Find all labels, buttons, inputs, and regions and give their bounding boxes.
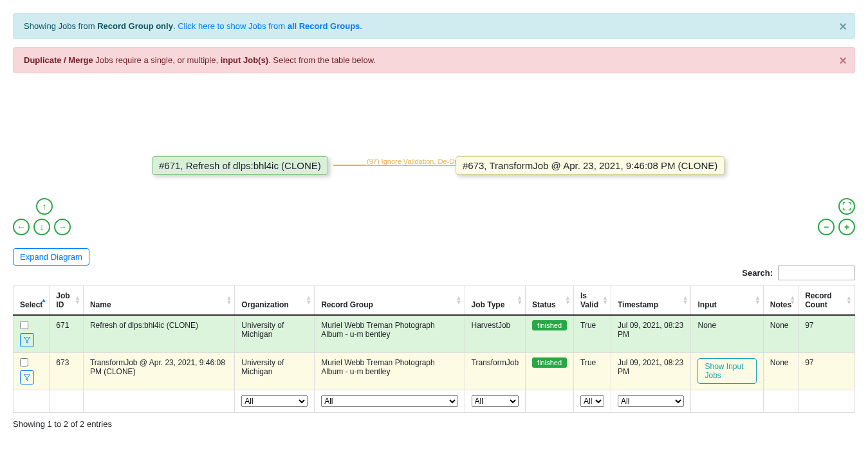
cell-timestamp: Jul 09, 2021, 08:23 PM (611, 315, 691, 353)
col-notes[interactable]: Notes▲▼ (763, 286, 798, 316)
cell-organization: University of Michigan (235, 315, 315, 353)
table-info: Showing 1 to 2 of 2 entries (13, 419, 855, 429)
filter-icon[interactable] (20, 333, 34, 347)
cell-input: Show Input Jobs (691, 353, 763, 390)
filter-timestamp[interactable]: All (618, 395, 685, 407)
zoom-fit-icon[interactable]: ⛶ (838, 198, 855, 215)
cell-status: finished (526, 353, 574, 390)
expand-diagram-button[interactable]: Expand Diagram (13, 248, 89, 266)
filter-is-valid[interactable]: All (580, 395, 604, 407)
pan-down-icon[interactable]: ↓ (33, 219, 50, 235)
zoom-controls: ⛶ − + (818, 198, 855, 235)
diagram-node-673[interactable]: #673, TransformJob @ Apr. 23, 2021, 9:46… (456, 156, 725, 175)
cell-job_id: 671 (50, 315, 84, 353)
cell-notes: None (763, 315, 798, 353)
cell-record_count: 97 (799, 353, 855, 390)
col-job-id[interactable]: Job ID▲▼ (50, 286, 84, 316)
jobs-table: Select▲ Job ID▲▼ Name▲▼ Organization▲▼ R… (13, 285, 855, 413)
cell-input: None (691, 315, 763, 353)
filter-icon[interactable] (20, 370, 34, 384)
alert-text: Showing Jobs from Record Group only. Cli… (24, 21, 362, 31)
diagram-node-671[interactable]: #671, Refresh of dlps:bhl4ic (CLONE) (152, 156, 328, 175)
alert-info-banner: Showing Jobs from Record Group only. Cli… (13, 13, 855, 39)
status-badge: finished (532, 320, 567, 330)
alert-text: Duplicate / Merge Jobs require a single,… (24, 55, 376, 65)
diagram-edge-label: (97) Ignore Validation, De-Dupe (365, 158, 468, 165)
col-record-group[interactable]: Record Group▲▼ (315, 286, 465, 316)
show-input-jobs-button[interactable]: Show Input Jobs (697, 358, 756, 384)
col-record-count[interactable]: Record Count▲▼ (799, 286, 855, 316)
col-timestamp[interactable]: Timestamp▲▼ (611, 286, 691, 316)
filter-job-type[interactable]: All (472, 395, 519, 407)
close-icon[interactable]: × (839, 19, 847, 33)
cell-record_group: Muriel Webb Treman Photograph Album - u-… (315, 315, 465, 353)
filter-organization[interactable]: All (241, 395, 308, 407)
col-select[interactable]: Select▲ (14, 286, 50, 316)
alert-danger-banner: Duplicate / Merge Jobs require a single,… (13, 47, 855, 73)
cell-name: TransformJob @ Apr. 23, 2021, 9:46:08 PM… (83, 353, 234, 390)
col-input[interactable]: Input▲▼ (691, 286, 763, 316)
cell-name: Refresh of dlps:bhl4ic (CLONE) (83, 315, 234, 353)
pan-controls: ↑ ← ↓ → (13, 198, 71, 235)
cell-is_valid: True (574, 315, 611, 353)
filter-row: All All All All All (14, 390, 855, 413)
row-checkbox[interactable] (20, 358, 28, 366)
status-badge: finished (532, 357, 567, 368)
cell-job_id: 673 (50, 353, 84, 390)
close-icon[interactable]: × (839, 53, 847, 68)
cell-organization: University of Michigan (235, 353, 315, 390)
pan-up-icon[interactable]: ↑ (36, 198, 53, 215)
search-label: Search: (742, 268, 773, 278)
cell-record_count: 97 (799, 315, 855, 353)
cell-job_type: HarvestJob (465, 315, 526, 353)
col-status[interactable]: Status▲▼ (526, 286, 574, 316)
cell-notes: None (763, 353, 798, 390)
table-row: 671Refresh of dlps:bhl4ic (CLONE)Univers… (14, 315, 855, 353)
cell-is_valid: True (574, 353, 611, 390)
show-all-groups-link[interactable]: Click here to show Jobs from all Record … (178, 21, 360, 31)
col-job-type[interactable]: Job Type▲▼ (465, 286, 526, 316)
zoom-out-icon[interactable]: − (818, 219, 835, 235)
cell-job_type: TransformJob (465, 353, 526, 390)
filter-record-group[interactable]: All (321, 395, 457, 407)
table-row: 673TransformJob @ Apr. 23, 2021, 9:46:08… (14, 353, 855, 390)
zoom-in-icon[interactable]: + (838, 219, 855, 235)
col-name[interactable]: Name▲▼ (83, 286, 234, 316)
col-organization[interactable]: Organization▲▼ (235, 286, 315, 316)
cell-timestamp: Jul 09, 2021, 08:23 PM (611, 353, 691, 390)
search-input[interactable] (778, 266, 855, 280)
job-diagram[interactable]: (97) Ignore Validation, De-Dupe #671, Re… (13, 81, 855, 242)
row-checkbox[interactable] (20, 321, 28, 329)
col-is-valid[interactable]: Is Valid▲▼ (574, 286, 611, 316)
pan-left-icon[interactable]: ← (13, 219, 30, 235)
pan-right-icon[interactable]: → (54, 219, 71, 235)
cell-status: finished (526, 315, 574, 353)
cell-record_group: Muriel Webb Treman Photograph Album - u-… (315, 353, 465, 390)
